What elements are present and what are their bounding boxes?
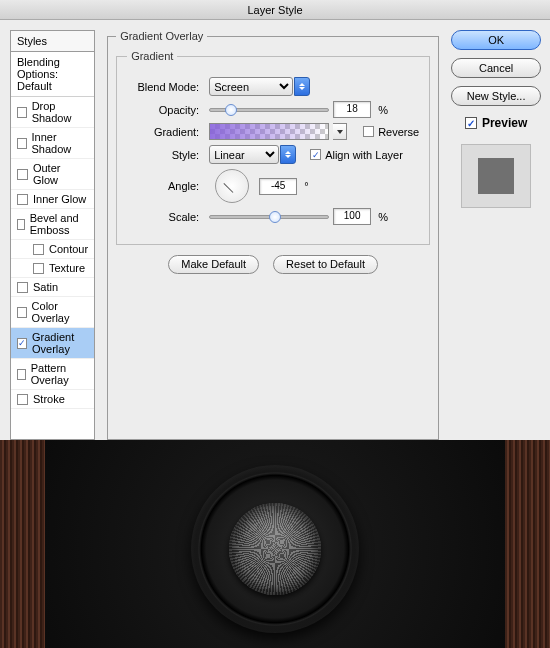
preview-color	[478, 158, 514, 194]
style-item-gradient-overlay[interactable]: ✓Gradient Overlay	[11, 328, 94, 359]
style-label: Bevel and Emboss	[30, 212, 88, 236]
preview-swatch	[461, 144, 531, 208]
blend-mode-select[interactable]: Screen	[209, 77, 293, 96]
style-label: Color Overlay	[32, 300, 89, 324]
angle-input[interactable]: -45	[259, 178, 297, 195]
scale-input[interactable]: 100	[333, 208, 371, 225]
percent-label: %	[378, 104, 388, 116]
opacity-slider[interactable]	[209, 108, 329, 112]
style-label: Pattern Overlay	[31, 362, 88, 386]
scale-label: Scale:	[127, 211, 199, 223]
dialog-body: Styles Blending Options: Default Drop Sh…	[0, 20, 550, 440]
style-checkbox[interactable]	[17, 138, 27, 149]
style-item-outer-glow[interactable]: Outer Glow	[11, 159, 94, 190]
style-checkbox[interactable]: ✓	[17, 338, 27, 349]
style-label: Gradient Overlay	[32, 331, 88, 355]
blend-mode-label: Blend Mode:	[127, 81, 199, 93]
opacity-input[interactable]: 18	[333, 101, 371, 118]
style-checkbox[interactable]	[17, 282, 28, 293]
align-checkbox[interactable]: ✓	[310, 149, 321, 160]
blending-options-row[interactable]: Blending Options: Default	[11, 52, 94, 97]
reverse-label: Reverse	[378, 126, 419, 138]
window-title: Layer Style	[0, 0, 550, 20]
style-checkbox[interactable]	[33, 263, 44, 274]
style-label: Outer Glow	[33, 162, 88, 186]
gradient-swatch[interactable]	[209, 123, 329, 140]
style-label: Drop Shadow	[32, 100, 89, 124]
wood-texture-right	[505, 440, 550, 648]
style-item-stroke[interactable]: Stroke	[11, 390, 94, 409]
style-checkbox[interactable]	[17, 219, 25, 230]
style-item-color-overlay[interactable]: Color Overlay	[11, 297, 94, 328]
style-checkbox[interactable]	[17, 194, 28, 205]
group-title-inner: Gradient	[127, 50, 177, 62]
degree-label: °	[304, 180, 308, 192]
percent-label: %	[378, 211, 388, 223]
opacity-label: Opacity:	[127, 104, 199, 116]
metal-knob	[229, 503, 321, 595]
style-checkbox[interactable]	[33, 244, 44, 255]
style-item-pattern-overlay[interactable]: Pattern Overlay	[11, 359, 94, 390]
ok-button[interactable]: OK	[451, 30, 541, 50]
wood-texture-left	[0, 440, 45, 648]
style-item-drop-shadow[interactable]: Drop Shadow	[11, 97, 94, 128]
gradient-label: Gradient:	[127, 126, 199, 138]
style-select[interactable]: Linear	[209, 145, 279, 164]
result-preview	[0, 440, 550, 648]
action-panel: OK Cancel New Style... ✓ Preview	[451, 30, 541, 440]
style-checkbox[interactable]	[17, 107, 27, 118]
dropdown-icon[interactable]	[280, 145, 296, 164]
style-label: Satin	[33, 281, 58, 293]
align-label: Align with Layer	[325, 149, 403, 161]
style-item-texture[interactable]: Texture	[11, 259, 94, 278]
style-item-inner-shadow[interactable]: Inner Shadow	[11, 128, 94, 159]
reverse-checkbox[interactable]	[363, 126, 374, 137]
style-label: Inner Glow	[33, 193, 86, 205]
dropdown-icon[interactable]	[294, 77, 310, 96]
angle-dial[interactable]	[215, 169, 249, 203]
make-default-button[interactable]: Make Default	[168, 255, 259, 274]
style-item-bevel-and-emboss[interactable]: Bevel and Emboss	[11, 209, 94, 240]
style-checkbox[interactable]	[17, 307, 27, 318]
styles-panel: Styles Blending Options: Default Drop Sh…	[10, 30, 95, 440]
settings-panel: Gradient Overlay Gradient Blend Mode: Sc…	[107, 30, 439, 440]
preview-checkbox[interactable]: ✓	[465, 117, 477, 129]
style-checkbox[interactable]	[17, 394, 28, 405]
style-item-inner-glow[interactable]: Inner Glow	[11, 190, 94, 209]
style-label: Stroke	[33, 393, 65, 405]
style-label: Texture	[49, 262, 85, 274]
style-checkbox[interactable]	[17, 169, 28, 180]
new-style-button[interactable]: New Style...	[451, 86, 541, 106]
cancel-button[interactable]: Cancel	[451, 58, 541, 78]
preview-label: Preview	[482, 116, 527, 130]
style-label: Contour	[49, 243, 88, 255]
style-item-satin[interactable]: Satin	[11, 278, 94, 297]
style-checkbox[interactable]	[17, 369, 26, 380]
style-label: Inner Shadow	[32, 131, 89, 155]
gradient-picker-arrow-icon[interactable]	[333, 123, 347, 140]
style-item-contour[interactable]: Contour	[11, 240, 94, 259]
reset-default-button[interactable]: Reset to Default	[273, 255, 378, 274]
scale-slider[interactable]	[209, 215, 329, 219]
style-label: Style:	[127, 149, 199, 161]
styles-header[interactable]: Styles	[11, 31, 94, 52]
angle-label: Angle:	[127, 180, 199, 192]
group-title-outer: Gradient Overlay	[116, 30, 207, 42]
